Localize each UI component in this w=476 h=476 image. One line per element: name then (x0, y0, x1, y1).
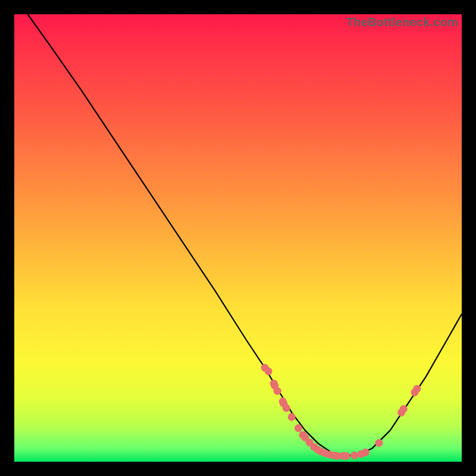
data-marker (288, 413, 296, 421)
data-marker (400, 405, 408, 413)
marker-group (261, 364, 421, 460)
data-marker (375, 439, 383, 447)
bottleneck-curve (28, 14, 462, 456)
data-marker (265, 368, 273, 375)
data-marker (362, 449, 369, 456)
data-marker (283, 404, 290, 412)
chart-frame: TheBottleneck.com (14, 14, 462, 462)
data-marker (343, 452, 350, 460)
chart-svg (14, 14, 462, 462)
watermark-text: TheBottleneck.com (346, 15, 458, 29)
data-marker (350, 452, 358, 459)
data-marker (413, 385, 421, 393)
data-marker (295, 424, 302, 432)
data-marker (274, 387, 281, 395)
